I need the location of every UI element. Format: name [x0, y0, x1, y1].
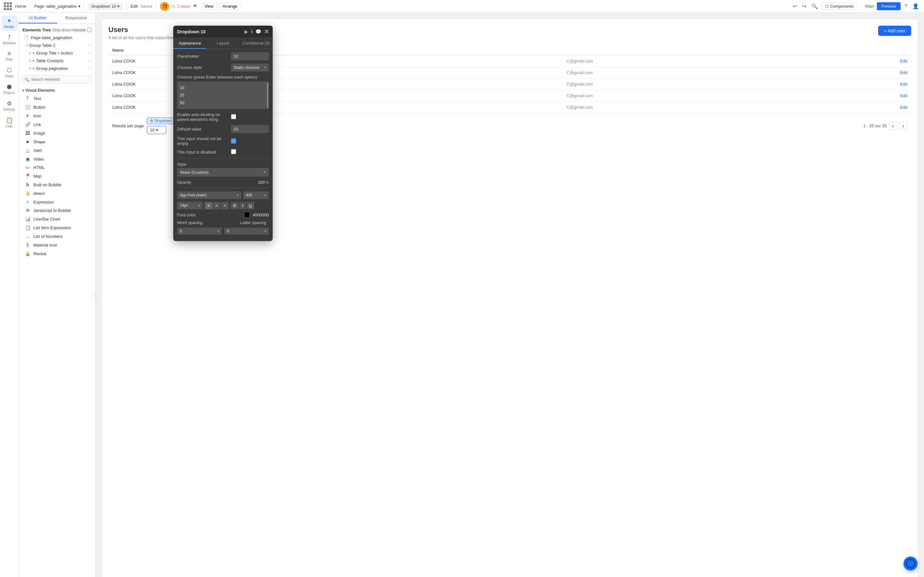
not-empty-checkbox[interactable]: ✓ [231, 139, 236, 143]
choices-section: Choices (press Enter between each option… [177, 75, 269, 109]
tree-item-table-contacts[interactable]: + + Table Contacts ⋯ [20, 57, 94, 64]
fab-button[interactable] [903, 556, 918, 571]
visual-item-detect[interactable]: 👆 detect [20, 189, 94, 197]
components-button[interactable]: ⬡ Components [822, 3, 857, 10]
disabled-checkbox[interactable] [231, 149, 236, 154]
arrange-button[interactable]: Arrange [219, 3, 241, 10]
text-align-right-button[interactable]: ≡ [221, 202, 229, 210]
text-align-center-button[interactable]: ≡ [213, 202, 221, 210]
word-spacing-select[interactable]: 0 ▾ [177, 227, 222, 235]
user-icon[interactable]: 👤 [911, 3, 920, 10]
element-dropdown-label: Dropdown 10 [91, 4, 116, 9]
search-elements-input[interactable] [22, 75, 92, 84]
visual-item-reveal[interactable]: 🔒 Reveal [20, 250, 94, 258]
element-dropdown-arrow: ▾ [118, 4, 120, 9]
icon-bar-item-design[interactable]: ✦ Design [1, 15, 17, 31]
tree-item-group-table-2[interactable]: ▾ Group Table 2 ⋯ [20, 42, 94, 49]
tree-page-label: Page table_pagination [31, 35, 91, 40]
icon-bar-item-settings[interactable]: ⚙ Settings [1, 98, 17, 113]
undo-button[interactable]: ↩ [792, 3, 798, 10]
italic-button[interactable]: I [239, 202, 246, 210]
tab-appearance[interactable]: Appearance [173, 38, 206, 49]
visual-item-link[interactable]: 🔗 Link [20, 120, 94, 129]
tree-item-group-title-btn[interactable]: + + Group Title + button ⋯ [20, 49, 94, 57]
visual-item-js-bubble[interactable]: JS Javascript to Bubble [20, 206, 94, 214]
flag-icon: ⚑ [193, 3, 197, 9]
only-show-hideable[interactable]: Only show hideable [52, 28, 91, 32]
style-select[interactable]: None (Custom) ▾ [177, 168, 269, 177]
font-size-select[interactable]: 14px ▾ [177, 201, 203, 210]
components-label: Components [830, 4, 854, 9]
view-button[interactable]: View [201, 3, 217, 10]
row-2-edit[interactable]: Edit [794, 70, 907, 75]
tab-conditional[interactable]: Conditional (3) [240, 38, 273, 49]
font-color-swatch[interactable] [244, 212, 250, 218]
font-select[interactable]: App Font (Inter) ▾ [177, 191, 241, 199]
prop-comment-icon[interactable]: 💬 [255, 29, 262, 35]
issue-indicator[interactable]: ⚠ 1 issue [172, 4, 190, 9]
tree-item-group-pagination[interactable]: + + Group pagination ⋯ [20, 65, 94, 72]
visual-item-image[interactable]: 🖼 Image [20, 129, 94, 137]
placeholder-input[interactable] [231, 52, 269, 60]
underline-button[interactable]: U [246, 202, 254, 210]
text-label: Text [33, 96, 41, 101]
prop-close-button[interactable]: ✕ [264, 28, 269, 35]
results-dropdown[interactable]: 10 ▾ [147, 126, 166, 134]
element-dropdown[interactable]: Dropdown 10 ▾ [89, 3, 123, 10]
visual-item-shape[interactable]: ■ Shape [20, 137, 94, 146]
visual-item-list-item-expr[interactable]: 📋 List Item Expression [20, 223, 94, 232]
icon-bar-item-workflow[interactable]: ⤴ Workflow [1, 32, 17, 47]
row-1-edit[interactable]: Edit [794, 59, 907, 63]
gift-icon[interactable]: 🎁 [160, 2, 169, 11]
icon-bar-item-logs[interactable]: 📋 Logs [1, 115, 17, 130]
add-user-button[interactable]: + Add user [878, 26, 911, 36]
visual-item-button[interactable]: ⬜ Button [20, 103, 94, 111]
visual-item-material-icon[interactable]: § Material Icon [20, 241, 94, 249]
visual-item-text[interactable]: T Text [20, 94, 94, 103]
auto-binding-checkbox[interactable] [231, 114, 236, 119]
row-3-edit[interactable]: Edit [794, 82, 907, 87]
font-weight-select[interactable]: 400 ▾ [243, 191, 269, 199]
only-show-checkbox[interactable] [87, 28, 91, 32]
pagination-prev-button[interactable]: ‹ [889, 122, 897, 130]
visual-item-html[interactable]: </> HTML [20, 163, 94, 171]
tab-ui-builder[interactable]: UI Builder [19, 13, 57, 23]
visual-item-alert[interactable]: △ Alert [20, 146, 94, 155]
redo-button[interactable]: ↪ [801, 3, 808, 10]
visual-item-list-numbers[interactable]: … List of Numbers [20, 232, 94, 240]
pagination-next-button[interactable]: › [899, 122, 907, 130]
choices-box[interactable]: 10 25 50 [177, 81, 269, 109]
default-value-input[interactable] [231, 125, 269, 133]
auto-binding-row: Enable auto-binding on parent element's … [177, 112, 269, 122]
row-4-edit[interactable]: Edit [794, 93, 907, 98]
visual-item-map[interactable]: 📍 Map [20, 172, 94, 180]
style-value: None (Custom) [180, 170, 208, 175]
visual-item-built-on-bubble[interactable]: b Built on Bubble [20, 181, 94, 189]
tab-layout[interactable]: Layout [206, 38, 239, 49]
help-icon[interactable]: ? [903, 3, 909, 10]
page-breadcrumb[interactable]: Page: table_pagination ▾ [34, 4, 81, 9]
icon-bar-item-data[interactable]: ≡ Data [1, 48, 17, 63]
tab-responsive[interactable]: Responsive [57, 13, 95, 23]
preview-button[interactable]: Preview [877, 2, 901, 10]
choices-style-select[interactable]: Static choices ▾ [231, 63, 269, 71]
settings-icon: ⚙ [7, 100, 12, 107]
visual-item-icon[interactable]: ✦ Icon [20, 111, 94, 120]
icon-bar-item-plugins[interactable]: ⬢ Plugins [1, 81, 17, 97]
not-empty-label: This input should not be empty [177, 136, 228, 146]
home-link[interactable]: Home [4, 2, 26, 10]
letter-spacing-select[interactable]: 0 ▾ [224, 227, 269, 235]
prop-info-icon[interactable]: ℹ [251, 29, 253, 35]
icon-bar-item-styles[interactable]: ⬡ Styles [1, 65, 17, 80]
text-align-left-button[interactable]: ≡ [205, 202, 212, 210]
visual-item-linebar[interactable]: 📊 Line/Bar Chart [20, 215, 94, 223]
tree-item-page[interactable]: 📄 Page table_pagination [20, 34, 94, 41]
visual-item-expression[interactable]: + Expression [20, 198, 94, 206]
search-icon[interactable]: 🔍 [810, 3, 819, 10]
row-5-edit[interactable]: Edit [794, 105, 907, 110]
page-icon: 📄 [24, 35, 29, 40]
visual-item-video[interactable]: ▣ Video [20, 155, 94, 163]
prop-play-icon[interactable]: ▶ [244, 29, 248, 35]
bold-button[interactable]: B [231, 202, 239, 210]
prop-body: Placeholder Choices style Static choices… [173, 49, 273, 241]
